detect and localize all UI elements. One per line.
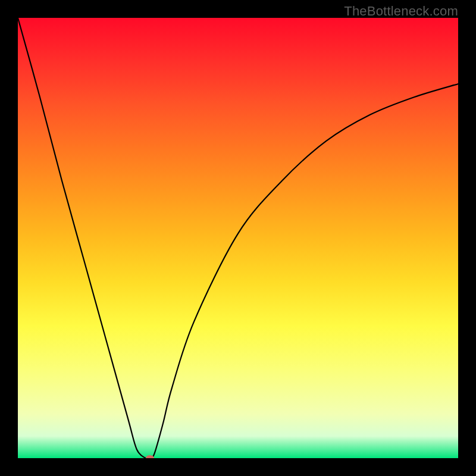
plot-area xyxy=(18,18,458,458)
watermark-text: TheBottleneck.com xyxy=(344,4,458,19)
bottleneck-curve xyxy=(18,18,458,458)
chart-frame: TheBottleneck.com xyxy=(0,0,476,476)
